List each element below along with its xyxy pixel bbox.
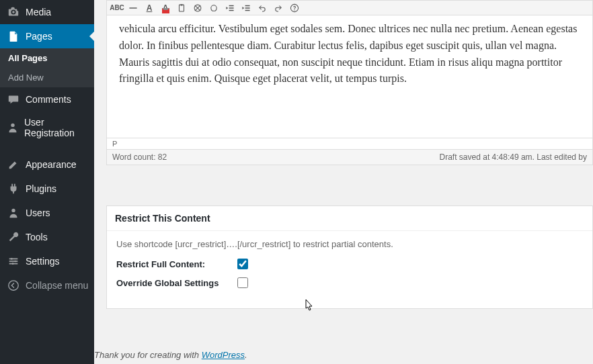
draft-saved-status: Draft saved at 4:48:49 am. Last edited b… (440, 152, 587, 162)
sidebar-item-appearance[interactable]: Appearance (0, 152, 94, 177)
users-icon (7, 206, 20, 220)
sidebar-item-label: Plugins (26, 183, 56, 194)
svg-rect-9 (129, 7, 136, 8)
footer-wordpress-link[interactable]: WordPress (202, 350, 245, 360)
sidebar-subitem-all-pages[interactable]: All Pages (0, 48, 94, 68)
collapse-menu[interactable]: Collapse menu (0, 273, 94, 298)
sidebar-item-label: Tools (26, 232, 48, 242)
svg-rect-2 (9, 259, 18, 260)
sidebar-item-label: Settings (26, 256, 60, 267)
collapse-icon (7, 279, 20, 292)
sidebar-submenu-pages: All Pages Add New (0, 48, 94, 87)
sidebar-item-tools[interactable]: Tools (0, 225, 94, 249)
restrict-content-metabox: Restrict This Content Use shortcode [urc… (106, 206, 593, 309)
override-global-settings-checkbox[interactable] (237, 277, 248, 288)
editor-content[interactable]: vehicula arcu efficitur. Vestibulum eget… (107, 15, 592, 138)
toolbar-underline[interactable]: A (142, 1, 157, 15)
toolbar-clear-formatting[interactable] (190, 1, 205, 15)
toolbar-hr[interactable] (126, 1, 141, 15)
svg-point-14 (294, 9, 294, 10)
plugins-icon (7, 182, 20, 195)
restrict-full-content-label: Restrict Full Content: (116, 259, 237, 269)
pages-icon (7, 30, 20, 43)
toolbar-indent[interactable] (239, 1, 253, 15)
toolbar-redo[interactable] (271, 1, 286, 15)
sidebar-subitem-add-new[interactable]: Add New (0, 68, 94, 87)
toolbar-text-color[interactable]: A (158, 1, 173, 15)
sidebar-item-label: Appearance (26, 159, 77, 170)
admin-sidebar: Media Pages All Pages Add New Comments U… (0, 0, 94, 364)
toolbar-paste-text[interactable] (174, 1, 189, 15)
sidebar-item-pages[interactable]: Pages (0, 24, 94, 48)
editor-toolbar: ABC A A (107, 1, 592, 15)
svg-point-8 (9, 281, 18, 290)
svg-point-5 (11, 258, 13, 260)
tools-icon (7, 230, 20, 244)
toolbar-undo[interactable] (255, 1, 270, 15)
svg-point-6 (14, 261, 16, 263)
footer-text-suffix: . (245, 350, 247, 360)
toolbar-outdent[interactable] (223, 1, 237, 15)
svg-rect-10 (180, 5, 184, 11)
appearance-icon (7, 158, 20, 171)
user-reg-icon (7, 121, 19, 134)
sidebar-item-label: User Registration (24, 117, 89, 138)
toolbar-special-char[interactable] (206, 1, 221, 15)
sidebar-item-label: Pages (26, 31, 52, 42)
word-count: Word count: 82 (112, 152, 167, 162)
restrict-full-content-checkbox[interactable] (237, 259, 248, 269)
media-icon (7, 5, 20, 19)
footer-text-prefix: Thank you for creating with (94, 350, 202, 360)
settings-icon (7, 255, 20, 268)
editor-status-bar: Word count: 82 Draft saved at 4:48:49 am… (107, 149, 592, 165)
toolbar-help[interactable] (287, 1, 302, 15)
svg-point-0 (11, 124, 14, 127)
admin-footer: Thank you for creating with WordPress. (94, 345, 593, 364)
sidebar-item-plugins[interactable]: Plugins (0, 177, 94, 201)
sidebar-item-label: Comments (26, 94, 71, 105)
sidebar-item-media[interactable]: Media (0, 0, 94, 24)
svg-point-7 (12, 263, 14, 265)
sidebar-item-settings[interactable]: Settings (0, 249, 94, 273)
svg-rect-3 (9, 261, 18, 262)
override-global-settings-label: Override Global Settings (116, 278, 237, 288)
sidebar-item-users[interactable]: Users (0, 201, 94, 225)
metabox-title[interactable]: Restrict This Content (107, 206, 592, 231)
sidebar-item-comments[interactable]: Comments (0, 87, 94, 111)
collapse-menu-label: Collapse menu (26, 280, 88, 291)
editor-element-path[interactable]: P (107, 138, 592, 149)
comments-icon (7, 93, 20, 106)
svg-rect-11 (181, 4, 183, 5)
toolbar-spellcheck[interactable]: ABC (110, 1, 124, 15)
svg-point-1 (11, 209, 15, 212)
metabox-description: Use shortcode [urcr_restrict]….[/urcr_re… (116, 239, 583, 249)
editor-frame: ABC A A vehicula arcu efficitur. Vestibu… (106, 0, 593, 165)
sidebar-item-label: Users (26, 208, 50, 218)
sidebar-item-label: Media (26, 7, 51, 17)
sidebar-item-user-registration[interactable]: User Registration (0, 111, 94, 144)
